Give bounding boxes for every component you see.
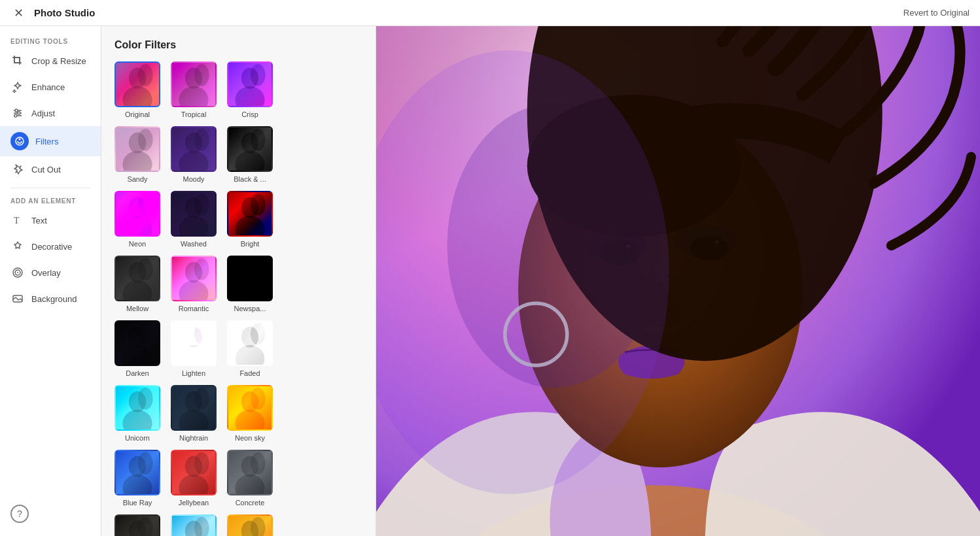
filter-item-tropical[interactable]: Tropical <box>171 61 217 118</box>
filter-thumb-darken <box>114 320 160 366</box>
sidebar-item-adjust-label: Adjust <box>31 109 55 118</box>
filter-thumb-neon <box>114 191 160 237</box>
filter-item-nightrain[interactable]: Nightrain <box>171 385 217 442</box>
filter-item-washed[interactable]: Washed <box>171 191 217 248</box>
filter-item-row8c[interactable] <box>227 514 273 536</box>
svg-point-81 <box>194 517 209 536</box>
svg-point-63 <box>194 388 209 410</box>
filter-item-moody[interactable]: Moody <box>171 126 217 183</box>
sidebar-item-text[interactable]: T Text <box>0 207 101 233</box>
svg-point-23 <box>122 151 152 171</box>
sidebar-item-decorative[interactable]: Decorative <box>0 233 101 260</box>
svg-point-84 <box>251 517 266 536</box>
filter-label-nightrain: Nightrain <box>179 434 208 442</box>
svg-point-62 <box>179 410 208 429</box>
svg-point-45 <box>194 258 209 280</box>
svg-point-38 <box>235 216 264 235</box>
text-icon: T <box>10 213 25 227</box>
filter-label-faded: Faded <box>239 369 260 377</box>
filter-item-black[interactable]: Black & ... <box>227 126 273 183</box>
svg-point-14 <box>122 86 152 106</box>
filter-item-lighten[interactable]: Lighten <box>171 320 217 377</box>
filter-label-lighten: Lighten <box>182 369 205 377</box>
filter-label-neonsky: Neon sky <box>235 434 265 442</box>
svg-text:T: T <box>14 216 20 226</box>
filter-thumb-concrete <box>227 450 273 495</box>
filter-item-unicorn[interactable]: Unicorn <box>114 385 160 442</box>
filter-label-darken: Darken <box>126 369 149 377</box>
filter-item-neon[interactable]: Neon <box>114 191 160 248</box>
svg-point-48 <box>251 258 266 280</box>
sidebar-item-overlay[interactable]: Overlay <box>0 260 101 286</box>
svg-point-60 <box>138 388 153 410</box>
filters-panel-title: Color Filters <box>114 39 376 51</box>
enhance-icon <box>10 80 25 94</box>
filter-item-romantic[interactable]: Romantic <box>171 256 217 312</box>
close-button[interactable]: ✕ <box>10 5 26 21</box>
filter-item-darken[interactable]: Darken <box>114 320 160 377</box>
svg-point-7 <box>19 139 21 141</box>
filter-thumb-black <box>227 126 273 172</box>
filter-item-mellow[interactable]: Mellow <box>114 256 160 312</box>
adjust-icon <box>10 106 25 120</box>
filter-thumb-neonsky <box>227 385 273 431</box>
sidebar-item-filters[interactable]: Filters <box>0 126 101 156</box>
background-icon <box>10 292 25 306</box>
cutout-icon <box>10 162 25 176</box>
filter-item-row8a[interactable] <box>114 514 160 536</box>
sidebar-divider <box>10 188 90 188</box>
filter-thumb-jellybean <box>171 450 217 495</box>
svg-point-57 <box>251 323 266 345</box>
filter-thumb-tropical <box>171 61 217 107</box>
sidebar-item-enhance[interactable]: Enhance <box>0 74 101 100</box>
svg-point-15 <box>138 64 153 86</box>
filter-item-crisp[interactable]: Crisp <box>227 61 273 118</box>
filter-thumb-newspaper <box>227 256 273 301</box>
help-button[interactable]: ? <box>10 505 29 523</box>
svg-point-66 <box>251 388 266 410</box>
svg-point-29 <box>235 151 264 171</box>
svg-point-72 <box>194 452 209 475</box>
filter-thumb-sandy <box>114 126 160 172</box>
sidebar-item-cutout-label: Cut Out <box>31 165 61 175</box>
filter-item-concrete[interactable]: Concrete <box>227 450 273 507</box>
filter-item-bright[interactable]: Bright <box>227 191 273 248</box>
revert-to-original-button[interactable]: Revert to Original <box>903 8 970 18</box>
filter-item-faded[interactable]: Faded <box>227 320 273 377</box>
filter-label-concrete: Concrete <box>236 499 265 507</box>
filter-label-unicorn: Unicorn <box>125 434 150 442</box>
photo-area <box>376 26 980 536</box>
svg-point-30 <box>251 129 266 151</box>
svg-point-32 <box>122 216 152 235</box>
svg-point-75 <box>251 452 266 475</box>
filter-label-neon: Neon <box>129 240 146 248</box>
sidebar-item-enhance-label: Enhance <box>31 82 65 92</box>
filter-label-romantic: Romantic <box>179 305 209 312</box>
sidebar-item-cutout[interactable]: Cut Out <box>0 156 101 182</box>
filter-item-jellybean[interactable]: Jellybean <box>171 450 217 507</box>
filters-icon <box>10 132 29 150</box>
filter-label-jellybean: Jellybean <box>179 499 209 507</box>
editing-tools-label: EDITING TOOLS <box>0 34 101 48</box>
svg-point-24 <box>138 129 153 151</box>
filter-item-sandy[interactable]: Sandy <box>114 126 160 183</box>
svg-point-33 <box>138 193 153 216</box>
sidebar: EDITING TOOLS Crop & Resize Enhance <box>0 26 101 536</box>
filter-thumb-blueray <box>114 450 160 495</box>
filter-item-blueray[interactable]: Blue Ray <box>114 450 160 507</box>
filter-item-original[interactable]: Original <box>114 61 160 118</box>
sidebar-item-background[interactable]: Background <box>0 286 101 312</box>
svg-point-74 <box>235 475 264 494</box>
topbar: ✕ Photo Studio Revert to Original <box>0 0 980 26</box>
sidebar-item-crop[interactable]: Crop & Resize <box>0 48 101 74</box>
filter-item-neonsky[interactable]: Neon sky <box>227 385 273 442</box>
sidebar-item-adjust[interactable]: Adjust <box>0 100 101 126</box>
app-title: Photo Studio <box>34 7 95 18</box>
filter-thumb-nightrain <box>171 385 217 431</box>
filter-label-sandy: Sandy <box>127 175 147 183</box>
svg-point-68 <box>122 475 152 494</box>
sidebar-item-text-label: Text <box>31 216 47 226</box>
svg-point-51 <box>138 323 153 345</box>
filter-item-newspaper[interactable]: Newspa... <box>227 256 273 312</box>
filter-item-row8b[interactable] <box>171 514 217 536</box>
